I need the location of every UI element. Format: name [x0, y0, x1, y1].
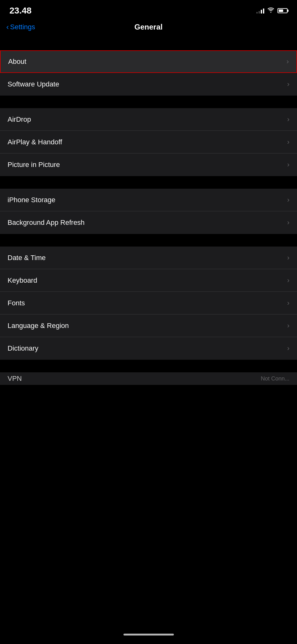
picture-in-picture-chevron-icon: ›: [287, 161, 289, 169]
settings-row-background-app-refresh[interactable]: Background App Refresh ›: [0, 211, 297, 234]
settings-row-picture-in-picture[interactable]: Picture in Picture ›: [0, 153, 297, 176]
date-time-chevron-icon: ›: [287, 254, 289, 262]
keyboard-chevron-icon: ›: [287, 276, 289, 285]
airdrop-chevron-icon: ›: [287, 115, 289, 124]
back-button[interactable]: ‹ Settings: [6, 23, 35, 31]
settings-row-vpn-partial[interactable]: VPN Not Conn...: [0, 372, 297, 385]
back-label: Settings: [10, 23, 35, 31]
signal-icon: [256, 8, 264, 14]
keyboard-label: Keyboard: [8, 276, 37, 285]
settings-row-fonts[interactable]: Fonts ›: [0, 292, 297, 314]
airdrop-label: AirDrop: [8, 115, 31, 124]
picture-in-picture-label: Picture in Picture: [8, 161, 60, 169]
settings-row-about[interactable]: About ›: [0, 50, 297, 73]
settings-row-dictionary[interactable]: Dictionary ›: [0, 337, 297, 360]
settings-row-date-time[interactable]: Date & Time ›: [0, 247, 297, 269]
background-app-refresh-label: Background App Refresh: [8, 219, 85, 227]
status-icons: [256, 7, 288, 14]
battery-icon: [277, 8, 288, 13]
section-gap-5: [0, 360, 297, 372]
software-update-chevron-icon: ›: [287, 80, 289, 88]
settings-row-airdrop[interactable]: AirDrop ›: [0, 108, 297, 131]
fonts-chevron-icon: ›: [287, 299, 289, 307]
iphone-storage-chevron-icon: ›: [287, 196, 289, 204]
iphone-storage-label: iPhone Storage: [8, 196, 55, 204]
status-bar: 23.48: [0, 0, 297, 19]
dictionary-chevron-icon: ›: [287, 344, 289, 353]
settings-row-language-region[interactable]: Language & Region ›: [0, 314, 297, 337]
home-indicator: [123, 634, 174, 636]
settings-row-keyboard[interactable]: Keyboard ›: [0, 269, 297, 292]
settings-row-iphone-storage[interactable]: iPhone Storage ›: [0, 189, 297, 211]
vpn-value: Not Conn...: [261, 375, 289, 382]
vpn-label: VPN: [8, 375, 22, 383]
airplay-handoff-chevron-icon: ›: [287, 138, 289, 146]
settings-row-software-update[interactable]: Software Update ›: [0, 73, 297, 96]
wifi-icon: [267, 7, 274, 14]
settings-group-1: About › Software Update ›: [0, 50, 297, 96]
software-update-label: Software Update: [8, 80, 59, 88]
status-time: 23.48: [9, 6, 31, 16]
about-label: About: [8, 58, 26, 66]
page-title: General: [134, 23, 163, 31]
airplay-handoff-label: AirPlay & Handoff: [8, 138, 62, 146]
background-app-refresh-chevron-icon: ›: [287, 219, 289, 227]
back-chevron-icon: ‹: [6, 23, 9, 31]
settings-row-airplay-handoff[interactable]: AirPlay & Handoff ›: [0, 131, 297, 153]
section-gap-2: [0, 96, 297, 108]
language-region-chevron-icon: ›: [287, 322, 289, 330]
date-time-label: Date & Time: [8, 254, 46, 262]
dictionary-label: Dictionary: [8, 344, 38, 353]
settings-group-4: Date & Time › Keyboard › Fonts › Languag…: [0, 247, 297, 360]
about-chevron-icon: ›: [287, 58, 289, 66]
section-gap-3: [0, 176, 297, 189]
section-gap-1: [0, 38, 297, 50]
home-indicator-area: [0, 625, 297, 644]
settings-group-2: AirDrop › AirPlay & Handoff › Picture in…: [0, 108, 297, 176]
settings-group-3: iPhone Storage › Background App Refresh …: [0, 189, 297, 234]
fonts-label: Fonts: [8, 299, 25, 307]
language-region-label: Language & Region: [8, 322, 69, 330]
nav-header: ‹ Settings General: [0, 19, 297, 38]
section-gap-4: [0, 234, 297, 247]
